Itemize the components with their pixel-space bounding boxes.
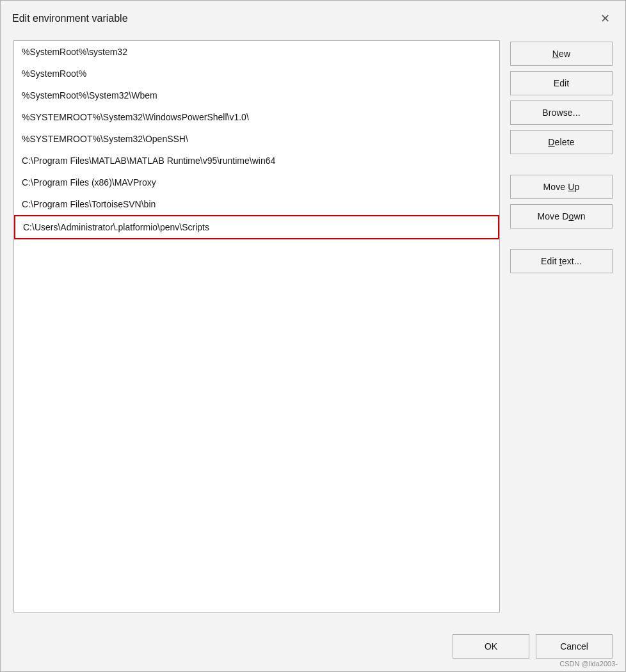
dialog-title: Edit environment variable — [12, 13, 128, 24]
bottom-bar: OK Cancel — [1, 625, 625, 671]
new-button[interactable]: New — [510, 42, 613, 66]
move-up-button[interactable]: Move Up — [510, 175, 613, 199]
edit-text-button-label: Edit text... — [541, 256, 582, 266]
list-item[interactable]: %SystemRoot%\system32 — [14, 41, 499, 63]
button-spacer — [510, 159, 613, 170]
browse-button-label: Browse... — [542, 108, 581, 118]
watermark: CSDN @lida2003- — [559, 660, 618, 668]
delete-button-label: Delete — [548, 137, 574, 147]
title-bar: Edit environment variable ✕ — [1, 1, 625, 34]
env-variable-list[interactable]: %SystemRoot%\system32%SystemRoot%%System… — [13, 40, 500, 612]
list-item[interactable]: C:\Program Files\TortoiseSVN\bin — [14, 193, 499, 215]
new-button-label: New — [552, 49, 570, 59]
edit-button-label: Edit — [554, 78, 570, 88]
list-item[interactable]: %SYSTEMROOT%\System32\WindowsPowerShell\… — [14, 106, 499, 128]
list-item[interactable]: %SystemRoot% — [14, 63, 499, 84]
delete-button[interactable]: Delete — [510, 130, 613, 154]
close-button[interactable]: ✕ — [596, 10, 614, 28]
move-down-button-label: Move Down — [537, 211, 585, 221]
list-item[interactable]: C:\Users\Administrator\.platformio\penv\… — [14, 215, 499, 239]
browse-button[interactable]: Browse... — [510, 100, 613, 125]
list-item[interactable]: C:\Program Files\MATLAB\MATLAB Runtime\v… — [14, 150, 499, 172]
list-item[interactable]: %SystemRoot%\System32\Wbem — [14, 84, 499, 106]
edit-text-button[interactable]: Edit text... — [510, 249, 613, 273]
list-item[interactable]: %SYSTEMROOT%\System32\OpenSSH\ — [14, 128, 499, 150]
action-button-panel: New Edit Browse... Delete Move Up Move D… — [510, 40, 613, 612]
list-item[interactable]: C:\Program Files (x86)\MAVProxy — [14, 172, 499, 193]
ok-button[interactable]: OK — [453, 634, 529, 659]
content-area: %SystemRoot%\system32%SystemRoot%%System… — [1, 34, 625, 625]
move-up-button-label: Move Up — [543, 182, 579, 192]
cancel-button[interactable]: Cancel — [536, 634, 613, 659]
move-down-button[interactable]: Move Down — [510, 204, 613, 228]
edit-env-variable-dialog: Edit environment variable ✕ %SystemRoot%… — [0, 0, 626, 672]
button-spacer2 — [510, 234, 613, 244]
edit-button[interactable]: Edit — [510, 71, 613, 95]
